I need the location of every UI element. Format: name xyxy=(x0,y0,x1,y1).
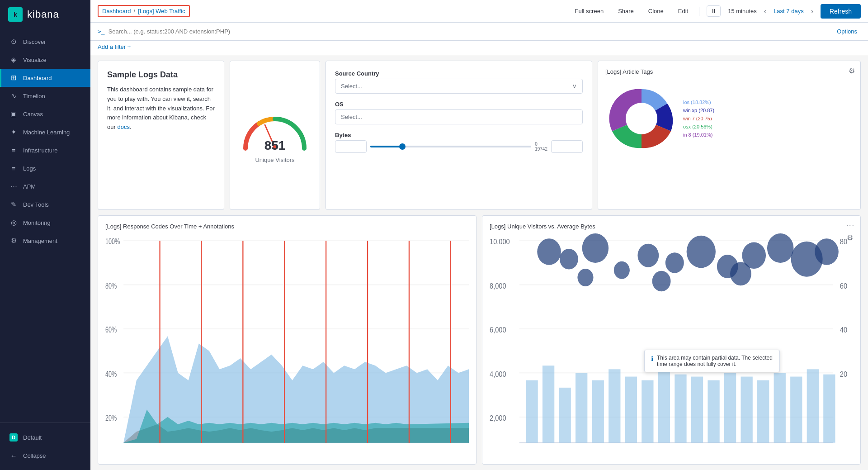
sidebar-item-management[interactable]: ⚙ Management xyxy=(0,232,90,250)
sidebar-item-visualize[interactable]: ◈ Visualize xyxy=(0,51,90,69)
bytes-max-input[interactable] xyxy=(551,140,583,153)
svg-rect-52 xyxy=(774,373,786,442)
searchbar: >_ Options xyxy=(90,23,868,41)
svg-rect-41 xyxy=(592,380,604,443)
sidebar-item-label: Dev Tools xyxy=(23,201,49,208)
last-days-selector[interactable]: Last 7 days xyxy=(774,8,804,14)
svg-text:60: 60 xyxy=(840,282,847,290)
source-country-select[interactable]: Select... ∨ xyxy=(335,79,583,94)
sidebar-item-label: Timelion xyxy=(23,93,45,100)
sidebar-bottom: D Default ← Collapse xyxy=(0,423,90,470)
tag-label-winxp: win xp (20.87) xyxy=(683,108,714,113)
bytes-track-labels: 0 19742 xyxy=(535,142,547,152)
svg-text:8,000: 8,000 xyxy=(490,282,506,290)
sidebar-item-label: Infrastructure xyxy=(23,147,58,154)
sidebar-item-apm[interactable]: ⋯ APM xyxy=(0,177,90,195)
topbar-actions: Full screen Share Clone Edit ⏸ 15 minute… xyxy=(571,4,861,19)
sidebar-item-label: Machine Learning xyxy=(23,129,70,136)
svg-point-2 xyxy=(626,103,657,134)
edit-button[interactable]: Edit xyxy=(675,6,692,16)
management-icon: ⚙ xyxy=(9,237,18,245)
add-filter-button[interactable]: Add a filter + xyxy=(98,43,131,50)
sidebar-nav: ⊙ Discover ◈ Visualize ⊞ Dashboard ∿ Tim… xyxy=(0,29,90,423)
source-country-label: Source Country xyxy=(335,70,583,77)
docs-link[interactable]: docs xyxy=(117,123,129,130)
article-tags-panel: [Logs] Article Tags ⚙ xyxy=(598,61,861,210)
unique-visitors-title: [Logs] Unique Visitors vs. Average Bytes xyxy=(490,223,853,230)
bytes-group: Bytes 0 19742 xyxy=(335,132,583,153)
svg-rect-48 xyxy=(708,380,719,443)
bytes-slider-container: 0 19742 xyxy=(335,140,583,153)
breadcrumb-parent[interactable]: Dashboard xyxy=(102,8,131,14)
clone-button[interactable]: Clone xyxy=(645,6,667,16)
unique-visitors-panel: [Logs] Unique Visitors vs. Average Bytes… xyxy=(482,215,861,465)
infra-icon: ≡ xyxy=(9,146,18,154)
sidebar-item-default[interactable]: D Default xyxy=(0,428,90,446)
gear-corner-icon[interactable]: ⚙ xyxy=(847,233,853,242)
response-codes-panel: [Logs] Response Codes Over Time + Annota… xyxy=(98,215,476,465)
svg-text:20: 20 xyxy=(840,370,847,378)
tooltip-text: This area may contain partial data. The … xyxy=(657,355,773,367)
sidebar-item-monitoring[interactable]: ◎ Monitoring xyxy=(0,214,90,232)
sidebar-item-canvas[interactable]: ▣ Canvas xyxy=(0,105,90,123)
fullscreen-button[interactable]: Full screen xyxy=(571,6,608,16)
sidebar-item-machine-learning[interactable]: ✦ Machine Learning xyxy=(0,123,90,141)
os-group: OS Select... xyxy=(335,101,583,124)
bottom-row: [Logs] Response Codes Over Time + Annota… xyxy=(98,215,861,465)
devtools-icon: ✎ xyxy=(9,200,18,209)
share-button[interactable]: Share xyxy=(614,6,637,16)
refresh-button[interactable]: Refresh xyxy=(821,4,861,19)
svg-rect-39 xyxy=(559,388,571,443)
scatter-chart-svg: 10,000 8,000 6,000 4,000 2,000 80 60 40 … xyxy=(490,233,853,454)
sidebar-item-timelion[interactable]: ∿ Timelion xyxy=(0,87,90,105)
gauge-value: 851 xyxy=(239,138,311,153)
svg-text:4,000: 4,000 xyxy=(490,370,506,378)
sidebar-item-infrastructure[interactable]: ≡ Infrastructure xyxy=(0,141,90,159)
sidebar-item-devtools[interactable]: ✎ Dev Tools xyxy=(0,195,90,214)
sidebar-item-collapse[interactable]: ← Collapse xyxy=(0,446,90,465)
svg-point-62 xyxy=(687,236,716,268)
pause-button[interactable]: ⏸ xyxy=(707,5,721,17)
sidebar-logo: k kibana xyxy=(0,0,90,29)
donut-container: ios (18.82%) win xp (20.87) win 7 (20.75… xyxy=(605,79,853,158)
bytes-label: Bytes xyxy=(335,132,583,138)
svg-rect-44 xyxy=(642,380,653,443)
bytes-slider-thumb[interactable] xyxy=(399,143,406,150)
sample-logs-panel: Sample Logs Data This dashboard contains… xyxy=(98,61,224,210)
panel-menu-button[interactable]: ··· xyxy=(846,221,855,229)
top-row: Sample Logs Data This dashboard contains… xyxy=(98,61,861,210)
search-input[interactable] xyxy=(108,28,830,35)
svg-text:40: 40 xyxy=(840,326,847,334)
sidebar-item-dashboard[interactable]: ⊞ Dashboard xyxy=(0,69,90,87)
svg-rect-54 xyxy=(807,369,819,442)
prev-arrow[interactable]: ‹ xyxy=(764,7,766,15)
svg-point-57 xyxy=(560,249,578,269)
bytes-min-input[interactable] xyxy=(335,140,367,153)
svg-rect-37 xyxy=(526,380,538,443)
gear-icon[interactable]: ⚙ xyxy=(849,66,855,75)
breadcrumb-current[interactable]: [Logs] Web Traffic xyxy=(138,8,185,14)
svg-point-59 xyxy=(614,261,630,279)
tag-label-ios: ios (18.82%) xyxy=(683,100,714,105)
time-interval: 15 minutes xyxy=(728,8,757,14)
sidebar-item-logs[interactable]: ≡ Logs xyxy=(0,159,90,177)
bytes-slider-track[interactable] xyxy=(370,146,531,147)
area-chart-svg: 100% 80% 60% 40% 20% xyxy=(105,233,469,454)
svg-rect-43 xyxy=(625,377,637,443)
search-options-button[interactable]: Options xyxy=(833,26,861,37)
breadcrumb-separator: / xyxy=(134,8,136,14)
svg-text:40%: 40% xyxy=(105,369,117,378)
scatter-chart: ℹ This area may contain partial data. Th… xyxy=(490,233,853,454)
gauge-panel: 851 Unique Visitors xyxy=(230,61,320,210)
os-select[interactable]: Select... xyxy=(335,109,583,124)
gauge-container: 851 xyxy=(239,108,311,153)
article-tags-title: [Logs] Article Tags xyxy=(605,68,853,75)
sidebar-item-discover[interactable]: ⊙ Discover xyxy=(0,33,90,51)
canvas-icon: ▣ xyxy=(9,110,18,118)
tag-label-in8: in 8 (19.01%) xyxy=(683,132,714,138)
svg-text:6,000: 6,000 xyxy=(490,326,506,334)
next-arrow[interactable]: › xyxy=(811,7,813,15)
os-label: OS xyxy=(335,101,583,108)
source-country-group: Source Country Select... ∨ xyxy=(335,70,583,94)
donut-labels: ios (18.82%) win xp (20.87) win 7 (20.75… xyxy=(683,100,714,138)
